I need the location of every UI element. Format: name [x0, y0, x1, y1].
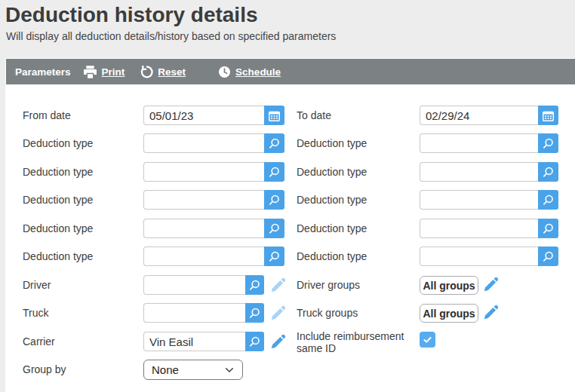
- deduction-type-label: Deduction type: [23, 250, 93, 262]
- search-icon: [541, 193, 555, 207]
- group-by-selected-value: None: [152, 363, 179, 376]
- deduction-type-search-button[interactable]: [264, 190, 284, 210]
- deduction-type-input[interactable]: [420, 133, 538, 153]
- deduction-type-search-button[interactable]: [538, 247, 558, 266]
- reset-button[interactable]: Reset: [138, 64, 186, 80]
- deduction-type-input[interactable]: [420, 247, 538, 266]
- truck-groups-button[interactable]: All groups: [420, 304, 478, 323]
- include-reimbursement-checkbox[interactable]: [420, 332, 435, 348]
- reset-arrow-icon: [138, 64, 154, 80]
- deduction-type-input[interactable]: [143, 162, 264, 182]
- report-parameters-page: Deduction history details Will display a…: [0, 0, 575, 392]
- carrier-edit-pencil-icon[interactable]: [269, 333, 287, 351]
- pencil-icon: [269, 333, 287, 351]
- clock-icon: [217, 65, 232, 79]
- search-icon: [541, 165, 555, 179]
- search-icon: [267, 250, 281, 264]
- search-icon: [541, 222, 555, 236]
- schedule-button[interactable]: Schedule: [217, 65, 281, 79]
- pencil-icon: [269, 277, 287, 294]
- search-icon: [248, 335, 262, 349]
- chevron-down-icon: [223, 364, 235, 376]
- search-icon: [267, 193, 281, 207]
- driver-input[interactable]: [143, 275, 245, 295]
- group-by-select[interactable]: None: [143, 360, 243, 380]
- deduction-type-search-button[interactable]: [538, 133, 558, 153]
- search-icon: [541, 250, 555, 264]
- page-title: Deduction history details: [5, 3, 258, 27]
- deduction-type-search-button[interactable]: [264, 133, 284, 153]
- search-icon: [541, 136, 555, 151]
- page-subtitle: Will display all deduction details/histo…: [6, 30, 336, 42]
- deduction-type-input[interactable]: [143, 190, 264, 210]
- driver-label: Driver: [23, 279, 51, 291]
- deduction-type-search-button[interactable]: [264, 247, 284, 266]
- print-label: Print: [102, 66, 125, 78]
- carrier-input[interactable]: [143, 332, 245, 351]
- deduction-type-input[interactable]: [143, 247, 264, 266]
- deduction-type-search-button[interactable]: [538, 190, 558, 210]
- truck-groups-edit-pencil-icon[interactable]: [482, 304, 500, 321]
- to-date-input[interactable]: [420, 106, 538, 125]
- truck-label: Truck: [23, 307, 48, 319]
- deduction-type-input[interactable]: [420, 162, 538, 182]
- deduction-type-input[interactable]: [143, 133, 264, 153]
- search-icon: [267, 165, 281, 179]
- search-icon: [267, 136, 281, 151]
- to-date-picker-button[interactable]: [538, 106, 558, 125]
- deduction-type-label: Deduction type: [23, 222, 93, 234]
- reset-label: Reset: [158, 66, 186, 78]
- from-date-picker-button[interactable]: [264, 106, 284, 125]
- group-by-label: Group by: [23, 363, 66, 375]
- deduction-type-input[interactable]: [420, 190, 538, 210]
- deduction-type-input[interactable]: [420, 219, 538, 238]
- driver-groups-button[interactable]: All groups: [420, 276, 478, 295]
- search-icon: [267, 222, 281, 236]
- deduction-type-label: Deduction type: [23, 137, 93, 149]
- include-reimbursement-label: Include reimbursement same ID: [297, 330, 414, 354]
- calendar-icon: [541, 109, 555, 123]
- carrier-label: Carrier: [23, 335, 55, 348]
- print-button[interactable]: Print: [82, 64, 125, 80]
- deduction-type-input[interactable]: [143, 219, 264, 238]
- deduction-type-label: Deduction type: [297, 194, 367, 206]
- from-date-input[interactable]: [143, 106, 264, 125]
- checkmark-icon: [422, 334, 433, 345]
- deduction-type-label: Deduction type: [23, 166, 93, 178]
- deduction-type-search-button[interactable]: [538, 219, 558, 238]
- deduction-type-label: Deduction type: [297, 250, 367, 262]
- left-margin-strip: [0, 0, 5, 392]
- calendar-icon: [267, 109, 281, 123]
- deduction-type-label: Deduction type: [297, 222, 367, 234]
- carrier-search-button[interactable]: [245, 332, 264, 351]
- deduction-type-search-button[interactable]: [538, 162, 558, 182]
- driver-groups-label: Driver groups: [297, 279, 360, 291]
- driver-edit-pencil-icon[interactable]: [269, 277, 287, 294]
- search-icon: [248, 306, 262, 320]
- toolbar: Parameters Print Reset Schedule: [6, 59, 575, 84]
- driver-groups-edit-pencil-icon[interactable]: [482, 276, 500, 293]
- deduction-type-search-button[interactable]: [264, 219, 284, 238]
- schedule-label: Schedule: [235, 66, 281, 78]
- deduction-type-search-button[interactable]: [264, 162, 284, 182]
- truck-edit-pencil-icon[interactable]: [269, 305, 287, 322]
- truck-input[interactable]: [143, 303, 245, 323]
- truck-groups-label: Truck groups: [297, 307, 358, 319]
- pencil-icon: [269, 305, 287, 322]
- search-icon: [248, 278, 262, 292]
- deduction-type-label: Deduction type: [297, 166, 367, 178]
- deduction-type-label: Deduction type: [297, 137, 367, 149]
- driver-search-button[interactable]: [245, 275, 264, 295]
- deduction-type-label: Deduction type: [23, 194, 93, 206]
- printer-icon: [82, 64, 98, 80]
- pencil-icon: [482, 276, 500, 293]
- pencil-icon: [482, 304, 500, 321]
- from-date-label: From date: [23, 109, 71, 121]
- to-date-label: To date: [297, 109, 331, 121]
- parameters-caption: Parameters: [15, 66, 71, 78]
- truck-search-button[interactable]: [245, 303, 264, 323]
